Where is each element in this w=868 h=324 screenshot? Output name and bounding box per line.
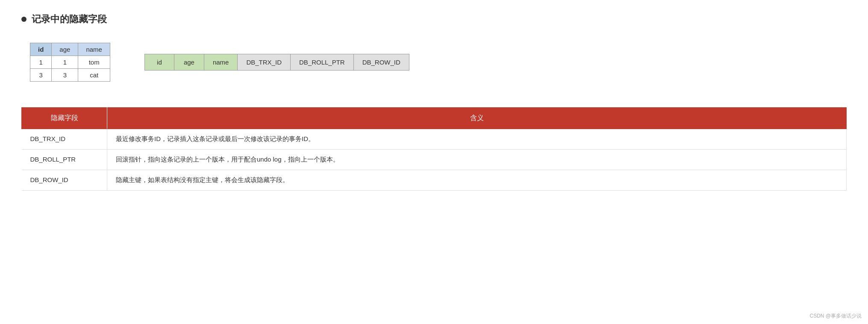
db-table-cell: 1 — [30, 56, 52, 69]
db-table-cell: 1 — [52, 56, 78, 69]
record-fields: idagenameDB_TRX_IDDB_ROLL_PTRDB_ROW_ID — [144, 54, 409, 71]
field-name-cell: DB_TRX_ID — [22, 129, 107, 150]
info-col2-header: 含义 — [107, 108, 847, 129]
db-table-header-name: name — [78, 43, 110, 56]
db-table-header-age: age — [52, 43, 78, 56]
record-field-green: age — [174, 54, 204, 71]
field-meaning-cell: 最近修改事务ID，记录插入这条记录或最后一次修改该记录的事务ID。 — [107, 129, 847, 150]
db-table-cell: 3 — [52, 69, 78, 82]
bullet-icon — [21, 17, 26, 22]
db-table-cell: 3 — [30, 69, 52, 82]
record-field-gray: DB_TRX_ID — [238, 54, 291, 71]
db-table-cell: tom — [78, 56, 110, 69]
db-table-cell: cat — [78, 69, 110, 82]
record-field-green: name — [204, 54, 238, 71]
table-row: DB_ROW_ID隐藏主键，如果表结构没有指定主键，将会生成该隐藏字段。 — [22, 170, 847, 191]
db-table: id age name 11tom33cat — [30, 43, 110, 82]
diagram-area: id age name 11tom33cat idagenameDB_TRX_I… — [21, 43, 847, 82]
field-name-cell: DB_ROW_ID — [22, 170, 107, 191]
db-table-header-id: id — [30, 43, 52, 56]
record-field-green: id — [144, 54, 174, 71]
field-name-cell: DB_ROLL_PTR — [22, 150, 107, 170]
field-meaning-cell: 回滚指针，指向这条记录的上一个版本，用于配合undo log，指向上一个版本。 — [107, 150, 847, 170]
section-title: 记录中的隐藏字段 — [21, 13, 847, 26]
info-col1-header: 隐藏字段 — [22, 108, 107, 129]
field-meaning-cell: 隐藏主键，如果表结构没有指定主键，将会生成该隐藏字段。 — [107, 170, 847, 191]
record-field-gray: DB_ROLL_PTR — [291, 54, 354, 71]
info-table: 隐藏字段 含义 DB_TRX_ID最近修改事务ID，记录插入这条记录或最后一次修… — [21, 107, 847, 191]
record-field-gray: DB_ROW_ID — [354, 54, 409, 71]
title-text: 记录中的隐藏字段 — [32, 13, 107, 26]
table-row: DB_ROLL_PTR回滚指针，指向这条记录的上一个版本，用于配合undo lo… — [22, 150, 847, 170]
table-row: DB_TRX_ID最近修改事务ID，记录插入这条记录或最后一次修改该记录的事务I… — [22, 129, 847, 150]
